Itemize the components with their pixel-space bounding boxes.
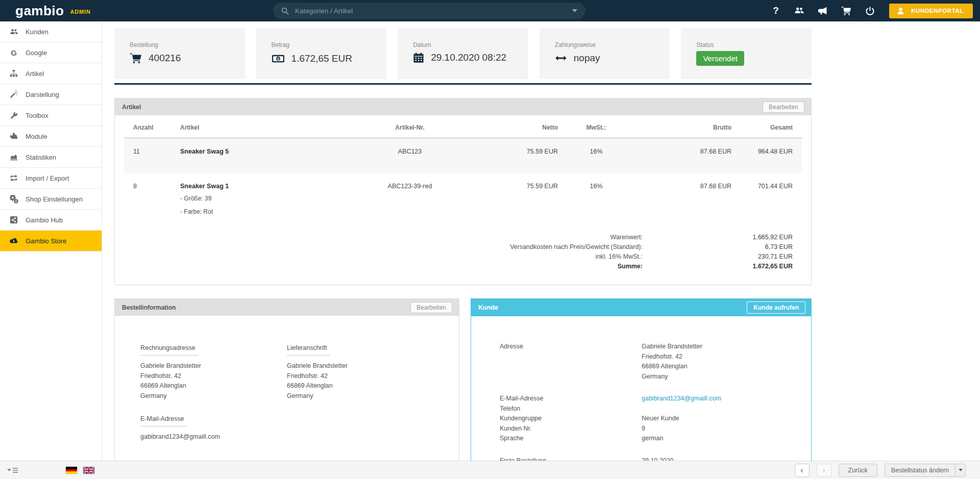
topbar-actions: ? KUNDENPORTAL: [768, 0, 973, 21]
next-order-button[interactable]: ›: [817, 464, 831, 477]
address-line: Gabriele Brandstetter: [287, 361, 433, 371]
product-name: Sneaker Swag 1: [180, 183, 349, 190]
field-label: E-Mail-Adresse: [500, 394, 642, 404]
user-icon: [896, 7, 905, 15]
bestellinformation-edit-button[interactable]: Bearbeiten: [410, 302, 452, 313]
field-label: Erste Bestellung: [500, 456, 642, 461]
gambio-logo[interactable]: gambio: [15, 3, 64, 19]
cell-gesamt: 701.44 EUR: [731, 183, 802, 190]
field-value: 9: [642, 424, 811, 434]
calendar-icon: [413, 52, 424, 63]
customer-email-link[interactable]: gabibrand1234@gmaill.com: [642, 394, 811, 404]
sidebar-item-label: Darstellung: [26, 91, 59, 98]
card-bestellung: Bestellung 400216: [114, 28, 245, 79]
table-row: 8 Sneaker Swag 1 - Größe: 39 - Farbe: Ro…: [124, 173, 802, 223]
sidebar-item-gambio-store[interactable]: Gambio Store: [0, 231, 102, 251]
sidebar-item-toolbox[interactable]: Toolbox: [0, 105, 102, 126]
kundenportal-button[interactable]: KUNDENPORTAL: [889, 4, 973, 18]
col-header-artikel-nr: Artikel-Nr.: [349, 124, 471, 131]
total-row: inkl. 16% MwSt.: 230,71 EUR: [124, 252, 793, 262]
sidebar-item-artikel[interactable]: Artikel: [0, 63, 102, 84]
order-status-button-label[interactable]: Bestellstatus ändern: [885, 464, 955, 476]
back-button[interactable]: Zurück: [839, 464, 877, 477]
order-amount: 1.672,65 EUR: [291, 53, 352, 64]
artikel-panel-header: Artikel Bearbeiten: [115, 98, 811, 115]
sidebar-item-label: Shop Einstellungen: [26, 195, 83, 203]
order-totals: Warenwert: 1.665,92 EUR Versandkosten na…: [124, 233, 802, 285]
kunde-field-sprache: Sprache german: [500, 434, 811, 444]
kunde-panel: Kunde Kunde aufrufen Adresse Gabriele Br…: [471, 298, 812, 461]
sync-arrows-icon: [9, 173, 18, 183]
sidebar-item-kunden[interactable]: Kunden: [0, 21, 102, 42]
customer-email: gabibrand1234@gmaill.com: [140, 433, 287, 440]
cart-icon[interactable]: [838, 3, 854, 19]
kunde-field-kundengruppe: Kundengruppe Neuer Kunde: [500, 414, 811, 424]
sidebar-item-label: Statistiken: [26, 154, 56, 161]
caret-down-icon[interactable]: [955, 464, 965, 476]
field-label: Kunden Nr.: [500, 424, 642, 434]
search-icon: [281, 7, 289, 15]
sidebar-item-import-export[interactable]: Import / Export: [0, 168, 102, 189]
sidebar-item-shop-einstellungen[interactable]: Shop Einstellungen: [0, 189, 102, 210]
card-label: Zahlungsweise: [555, 41, 665, 48]
sidebar-item-gambio-hub[interactable]: Gambio Hub: [0, 210, 102, 231]
kundenportal-label: KUNDENPORTAL: [911, 8, 964, 14]
total-row: Versandkosten nach Preis/Gewicht (Standa…: [124, 242, 793, 252]
cell-artikel-nr: ABC123: [349, 148, 471, 155]
address-line: 66869 Altenglan: [140, 381, 287, 391]
total-label: Summe:: [618, 262, 643, 271]
help-icon[interactable]: ?: [768, 3, 784, 19]
address-line: 66869 Altenglan: [287, 381, 433, 391]
cell-anzahl: 11: [124, 148, 180, 155]
megaphone-icon[interactable]: [815, 3, 831, 19]
col-header-gesamt: Gesamt: [731, 124, 802, 131]
power-icon[interactable]: [862, 3, 878, 19]
search-input[interactable]: [295, 7, 572, 15]
address-line: Germany: [642, 372, 811, 382]
kunde-aufrufen-button[interactable]: Kunde aufrufen: [747, 301, 805, 314]
search-caret-down-icon[interactable]: [572, 9, 577, 12]
sidebar-item-darstellung[interactable]: Darstellung: [0, 84, 102, 105]
main-content: Bestellung 400216 Betrag 0 1.672,65 EUR: [102, 21, 980, 461]
panel-title: Artikel: [122, 104, 141, 111]
cell-netto: 75.59 EUR: [471, 183, 558, 190]
order-status-dropdown[interactable]: Bestellstatus ändern: [885, 464, 966, 477]
cell-netto: 75.59 EUR: [471, 148, 558, 155]
german-flag-icon[interactable]: [66, 467, 77, 474]
sidebar-item-label: Artikel: [26, 70, 44, 78]
share-square-icon: [9, 215, 18, 224]
cloud-download-icon: [9, 236, 18, 245]
address-line: Gabriele Brandstetter: [642, 342, 811, 352]
total-row-summe: Summe: 1.672,65 EUR: [124, 262, 793, 271]
billing-address-block: Rechnungsadresse Gabriele Brandstetter F…: [140, 343, 287, 440]
product-attribute: - Farbe: Rot: [180, 207, 349, 216]
sidebar-item-label: Import / Export: [26, 174, 69, 182]
sitemap-icon: [9, 69, 18, 78]
card-label: Bestellung: [130, 41, 240, 48]
bestellinformation-header: Bestellinformation Bearbeiten: [115, 299, 459, 316]
sidebar: Kunden G Google Artikel Darstellung Tool…: [0, 21, 102, 461]
order-items-table: Anzahl Artikel Artikel-Nr. Netto MwSt.: …: [115, 115, 811, 285]
panel-title: Kunde: [478, 304, 498, 311]
cart-icon: [130, 52, 142, 64]
sidebar-item-module[interactable]: Module: [0, 126, 102, 147]
card-datum: Datum 29.10.2020 08:22: [398, 28, 528, 79]
wrench-icon: [9, 111, 18, 120]
bestellinformation-panel: Bestellinformation Bearbeiten Rechnungsa…: [114, 298, 459, 461]
users-icon[interactable]: [791, 3, 807, 19]
previous-order-button[interactable]: ‹: [795, 464, 810, 477]
footer-bar: ‹ › Zurück Bestellstatus ändern: [0, 461, 980, 479]
col-header-mwst: MwSt.:: [558, 124, 634, 131]
kunde-panel-header: Kunde Kunde aufrufen: [471, 299, 811, 316]
total-value: 1.665,92 EUR: [643, 233, 793, 242]
sidebar-item-google[interactable]: G Google: [0, 42, 102, 63]
col-header-netto: Netto: [471, 124, 558, 131]
global-search[interactable]: [273, 3, 585, 19]
artikel-panel: Artikel Bearbeiten Anzahl Artikel Artike…: [114, 98, 812, 285]
sidebar-item-statistiken[interactable]: Statistiken: [0, 147, 102, 168]
email-label: E-Mail-Adresse: [140, 415, 187, 426]
footer-menu-toggle-icon[interactable]: [7, 468, 18, 473]
uk-flag-icon[interactable]: [83, 467, 94, 474]
sidebar-item-label: Google: [26, 49, 47, 57]
artikel-edit-button[interactable]: Bearbeiten: [763, 102, 804, 113]
